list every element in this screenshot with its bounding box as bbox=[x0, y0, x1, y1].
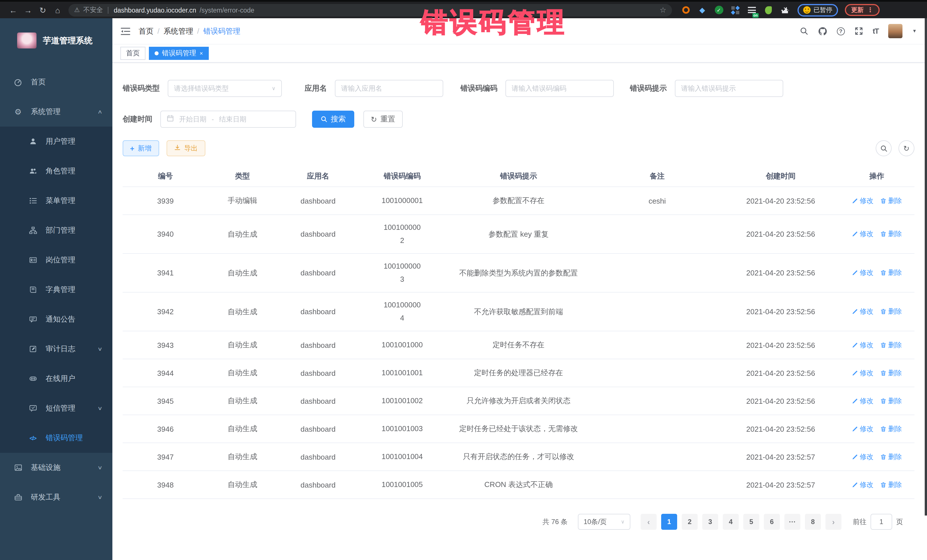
edit-link[interactable]: 修改 bbox=[852, 229, 873, 239]
extension-green-check-icon[interactable]: ✓ bbox=[714, 5, 723, 15]
delete-link[interactable]: 删除 bbox=[880, 340, 902, 350]
sidebar-item-infrastructure[interactable]: 基础设施 ∨ bbox=[0, 453, 112, 483]
page-button[interactable]: 1 bbox=[661, 514, 677, 530]
edit-link[interactable]: 修改 bbox=[852, 452, 873, 461]
github-icon[interactable] bbox=[818, 27, 827, 36]
chevron-down-icon: ∨ bbox=[97, 405, 103, 411]
extension-gem-icon[interactable]: ◆ bbox=[698, 5, 707, 15]
avatar-caret-icon[interactable]: ▼ bbox=[912, 29, 917, 33]
browser-menu-dots-icon[interactable]: ⋮ bbox=[867, 6, 873, 14]
extension-leaf-icon[interactable] bbox=[764, 5, 773, 15]
sidebar-item-departments[interactable]: 部门管理 bbox=[0, 216, 112, 245]
extension-switch-on-icon[interactable]: on bbox=[747, 5, 757, 15]
page-button[interactable]: 3 bbox=[702, 514, 718, 530]
trash-icon bbox=[880, 454, 886, 460]
page-size-select[interactable]: 10条/页 ∨ bbox=[578, 514, 631, 530]
search-icon[interactable] bbox=[800, 27, 808, 35]
sidebar-item-announcements[interactable]: 通知公告 bbox=[0, 305, 112, 334]
sidebar-item-home[interactable]: 首页 bbox=[0, 67, 112, 97]
delete-link[interactable]: 删除 bbox=[880, 307, 902, 317]
sidebar-item-audit-log[interactable]: 审计日志 ∨ bbox=[0, 334, 112, 364]
edit-link[interactable]: 修改 bbox=[852, 307, 873, 317]
app-logo-row[interactable]: 芋道管理系统 bbox=[0, 18, 112, 55]
sidebar-item-sms[interactable]: 短信管理 ∨ bbox=[0, 393, 112, 423]
edit-link[interactable]: 修改 bbox=[852, 396, 873, 406]
error-type-select[interactable]: 请选择错误码类型 ∨ bbox=[168, 80, 282, 97]
edit-link[interactable]: 修改 bbox=[852, 340, 873, 350]
fullscreen-icon[interactable] bbox=[854, 27, 863, 35]
page-button[interactable]: ··· bbox=[784, 514, 800, 530]
hamburger-icon[interactable] bbox=[120, 27, 131, 36]
delete-link[interactable]: 删除 bbox=[880, 196, 902, 206]
browser-back-icon[interactable]: ← bbox=[6, 5, 21, 15]
delete-link[interactable]: 删除 bbox=[880, 268, 902, 278]
bookmark-star-icon[interactable]: ☆ bbox=[660, 6, 666, 14]
sidebar-item-users[interactable]: 用户管理 bbox=[0, 127, 112, 156]
page-button[interactable]: 8 bbox=[805, 514, 821, 530]
tag-error-code[interactable]: 错误码管理 × bbox=[149, 47, 209, 60]
page-button[interactable]: 2 bbox=[682, 514, 698, 530]
error-message-input[interactable]: 请输入错误码提示 bbox=[675, 80, 783, 97]
range-separator: - bbox=[212, 115, 214, 123]
address-bar[interactable]: ⚠ 不安全 dashboard.yudao.iocoder.cn/system/… bbox=[68, 4, 672, 16]
browser-scrollbar[interactable] bbox=[925, 18, 927, 516]
breadcrumb-home[interactable]: 首页 bbox=[138, 26, 153, 36]
delete-link[interactable]: 删除 bbox=[880, 452, 902, 461]
sidebar-item-error-code[interactable]: </> 错误码管理 bbox=[0, 423, 112, 453]
browser-home-icon[interactable]: ⌂ bbox=[50, 5, 65, 15]
sidebar-item-dev-tools[interactable]: 研发工具 ∨ bbox=[0, 483, 112, 512]
sidebar-item-system[interactable]: ⚙ 系统管理 ∧ bbox=[0, 97, 112, 127]
next-page-button[interactable]: › bbox=[825, 514, 842, 530]
extension-grid-icon[interactable] bbox=[731, 5, 740, 15]
prev-page-button[interactable]: ‹ bbox=[641, 514, 656, 530]
goto-page-input[interactable]: 1 bbox=[871, 514, 892, 530]
sidebar-item-roles[interactable]: 角色管理 bbox=[0, 156, 112, 186]
delete-link[interactable]: 删除 bbox=[880, 480, 902, 490]
reset-button[interactable]: ↻ 重置 bbox=[363, 111, 403, 128]
browser-update-button[interactable]: 更新 ⋮ bbox=[845, 4, 880, 16]
delete-link[interactable]: 删除 bbox=[880, 424, 902, 434]
page-button[interactable]: 6 bbox=[764, 514, 780, 530]
column-header-type: 类型 bbox=[208, 171, 277, 181]
extensions-puzzle-icon[interactable] bbox=[780, 5, 790, 15]
cell-actions: 修改 删除 bbox=[839, 340, 915, 350]
search-button[interactable]: 搜索 bbox=[312, 111, 354, 128]
page-button[interactable]: 5 bbox=[743, 514, 759, 530]
refresh-table-button[interactable]: ↻ bbox=[898, 140, 915, 156]
cell-app: dashboard bbox=[277, 369, 359, 377]
toggle-search-button[interactable] bbox=[876, 140, 892, 156]
edit-link[interactable]: 修改 bbox=[852, 196, 873, 206]
extension-ring-icon[interactable] bbox=[681, 5, 690, 15]
cell-time: 2021-04-20 23:52:57 bbox=[722, 452, 839, 461]
error-code-input[interactable]: 请输入错误码编码 bbox=[505, 80, 614, 97]
export-button[interactable]: 导出 bbox=[166, 140, 205, 156]
app-name-input[interactable]: 请输入应用名 bbox=[335, 80, 443, 97]
sidebar-item-online-users[interactable]: 在线用户 bbox=[0, 364, 112, 393]
close-icon[interactable]: × bbox=[200, 50, 203, 56]
cell-actions: 修改 删除 bbox=[839, 196, 915, 206]
add-button[interactable]: + 新增 bbox=[123, 140, 159, 156]
avatar[interactable] bbox=[888, 24, 903, 38]
delete-link[interactable]: 删除 bbox=[880, 229, 902, 239]
browser-forward-icon[interactable]: → bbox=[21, 5, 35, 15]
sidebar-item-menus[interactable]: 菜单管理 bbox=[0, 186, 112, 216]
cell-time: 2021-04-20 23:52:56 bbox=[722, 397, 839, 405]
date-range-picker[interactable]: 开始日期 - 结束日期 bbox=[160, 111, 296, 128]
page-button[interactable]: 4 bbox=[723, 514, 739, 530]
edit-link[interactable]: 修改 bbox=[852, 268, 873, 278]
delete-link[interactable]: 删除 bbox=[880, 396, 902, 406]
user-icon bbox=[28, 137, 38, 146]
browser-reload-icon[interactable]: ↻ bbox=[35, 5, 50, 15]
profile-paused-pill[interactable]: 已暂停 bbox=[798, 4, 838, 16]
edit-link[interactable]: 修改 bbox=[852, 480, 873, 490]
breadcrumb-separator: / bbox=[158, 27, 160, 35]
sidebar-item-posts[interactable]: 岗位管理 bbox=[0, 245, 112, 275]
sidebar-item-dictionary[interactable]: 字典管理 bbox=[0, 275, 112, 305]
edit-link[interactable]: 修改 bbox=[852, 368, 873, 378]
help-icon[interactable]: ? bbox=[837, 27, 845, 35]
delete-link[interactable]: 删除 bbox=[880, 368, 902, 378]
tag-home[interactable]: 首页 bbox=[120, 47, 146, 60]
edit-link[interactable]: 修改 bbox=[852, 424, 873, 434]
breadcrumb-system[interactable]: 系统管理 bbox=[163, 26, 193, 36]
font-size-icon[interactable]: tT bbox=[873, 27, 879, 35]
